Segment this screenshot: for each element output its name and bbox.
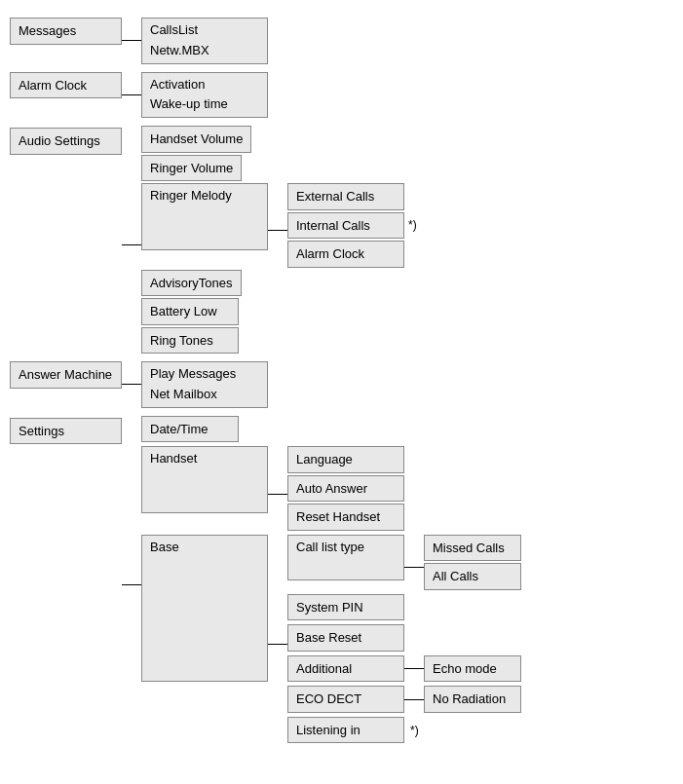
internal-calls-item: Internal Calls xyxy=(287,212,404,240)
external-calls-row: External Calls xyxy=(287,183,417,210)
base-row: Base . . . . . . Call list type . xyxy=(141,535,521,744)
ringer-melody-item: Ringer Melody . . xyxy=(141,183,268,249)
system-pin-row: System PIN xyxy=(287,594,521,621)
section-audio-settings: Audio Settings Handset Volume Ringer Vol… xyxy=(10,126,673,354)
settings-label: Settings xyxy=(10,418,122,445)
language-item: Language xyxy=(287,446,404,473)
external-calls-item: External Calls xyxy=(287,183,404,210)
activation-item: Activation xyxy=(150,75,259,95)
auto-answer-row: Auto Answer xyxy=(287,475,404,503)
menu-diagram: Messages CallsList Netw.MBX Alarm Clock … xyxy=(0,0,683,759)
all-calls-row: All Calls xyxy=(424,563,521,590)
eco-dect-row: ECO DECT No Radiation xyxy=(287,686,521,713)
base-children: Call list type . Missed Calls All Calls xyxy=(287,535,521,744)
eco-dect-item: ECO DECT xyxy=(287,686,404,713)
connector xyxy=(122,244,141,245)
handset-item: Handset . . xyxy=(141,446,268,512)
call-list-type-children: Missed Calls All Calls xyxy=(424,535,521,590)
ring-tones-item: Ring Tones xyxy=(141,327,239,355)
section-messages: Messages CallsList Netw.MBX xyxy=(10,18,673,64)
connector xyxy=(404,699,424,700)
missed-calls-row: Missed Calls xyxy=(424,535,521,562)
base-item: Base . . . . . . xyxy=(141,535,268,683)
system-pin-item: System PIN xyxy=(287,594,404,621)
ringer-melody-children: External Calls Internal Calls *) Alarm C… xyxy=(287,183,417,268)
audio-settings-children: Handset Volume Ringer Volume Ringer Melo… xyxy=(141,126,417,354)
internal-calls-row: Internal Calls *) xyxy=(287,212,417,240)
all-calls-item: All Calls xyxy=(424,563,521,590)
handset-volume-row: Handset Volume xyxy=(141,126,417,153)
listening-in-item: Listening in xyxy=(287,717,404,744)
additional-row: Additional Echo mode xyxy=(287,655,521,683)
listening-in-row: Listening in *) xyxy=(287,717,521,744)
alarm-clock-children: Activation Wake-up time xyxy=(141,72,268,119)
additional-item: Additional xyxy=(287,655,404,683)
connector xyxy=(404,567,424,568)
connector xyxy=(122,584,141,585)
netw-mbx-item: Netw.MBX xyxy=(150,41,259,61)
call-list-type-item: Call list type . xyxy=(287,535,404,581)
connector xyxy=(268,494,287,495)
datetime-item: Date/Time xyxy=(141,416,239,443)
auto-answer-item: Auto Answer xyxy=(287,475,404,503)
connector xyxy=(268,644,287,645)
section-alarm-clock: Alarm Clock Activation Wake-up time xyxy=(10,72,673,119)
missed-calls-item: Missed Calls xyxy=(424,535,521,562)
calls-list-item: CallsList xyxy=(150,20,259,41)
handset-children: Language Auto Answer Reset Handset xyxy=(287,446,404,531)
listening-in-star: *) xyxy=(410,724,419,737)
alarm-clock-label: Alarm Clock xyxy=(10,72,122,99)
ringer-volume-item: Ringer Volume xyxy=(141,155,242,182)
section-settings: Settings Date/Time Handset . . Language xyxy=(10,416,673,744)
datetime-row: Date/Time xyxy=(141,416,521,443)
answer-machine-children: Play Messages Net Mailbox xyxy=(141,361,268,408)
base-reset-row: Base Reset xyxy=(287,624,521,652)
alarm-clock-sub-row: Alarm Clock xyxy=(287,241,417,268)
answer-machine-label: Answer Machine xyxy=(10,361,122,389)
net-mailbox-item: Net Mailbox xyxy=(150,385,259,405)
handset-row: Handset . . Language Auto Answer Reset H… xyxy=(141,446,521,531)
wakeup-time-item: Wake-up time xyxy=(150,94,259,115)
play-messages-item: Play Messages xyxy=(150,364,259,385)
ringer-volume-row: Ringer Volume xyxy=(141,155,417,182)
section-answer-machine: Answer Machine Play Messages Net Mailbox xyxy=(10,361,673,408)
no-radiation-item: No Radiation xyxy=(424,686,521,713)
alarm-clock-sub-item: Alarm Clock xyxy=(287,241,404,268)
messages-label: Messages xyxy=(10,18,122,45)
handset-volume-item: Handset Volume xyxy=(141,126,251,153)
connector xyxy=(122,94,141,95)
echo-mode-item: Echo mode xyxy=(424,655,521,683)
internal-calls-star: *) xyxy=(408,218,417,232)
reset-handset-row: Reset Handset xyxy=(287,504,404,531)
messages-children: CallsList Netw.MBX xyxy=(141,18,268,64)
connector xyxy=(404,668,424,669)
settings-children: Date/Time Handset . . Language Auto Answ… xyxy=(141,416,521,744)
connector xyxy=(122,384,141,385)
reset-handset-item: Reset Handset xyxy=(287,504,404,531)
base-reset-item: Base Reset xyxy=(287,624,404,652)
advisory-tones-item: AdvisoryTones xyxy=(141,270,242,297)
language-row: Language xyxy=(287,446,404,473)
call-list-type-row: Call list type . Missed Calls All Calls xyxy=(287,535,521,590)
advisory-tones-row: AdvisoryTones xyxy=(141,270,417,297)
connector xyxy=(268,230,287,231)
ringer-melody-row: Ringer Melody . . External Calls Interna… xyxy=(141,183,417,268)
audio-settings-label: Audio Settings xyxy=(10,128,122,155)
battery-low-item: Battery Low xyxy=(141,298,239,325)
ring-tones-row: Ring Tones xyxy=(141,327,417,355)
connector xyxy=(122,40,141,41)
battery-low-row: Battery Low xyxy=(141,298,417,325)
